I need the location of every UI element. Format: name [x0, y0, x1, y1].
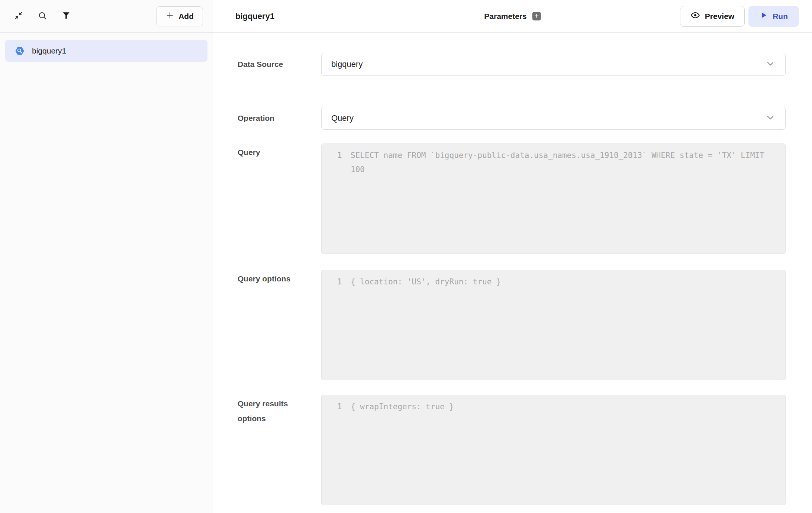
field-label-query: Query: [238, 143, 321, 160]
search-icon: [38, 11, 47, 22]
query-code-placeholder: SELECT name FROM `bigquery-public-data.u…: [351, 148, 776, 177]
parameters-section: Parameters: [484, 12, 541, 21]
form-row-operation: Operation Query: [238, 107, 786, 130]
main-header: bigquery1 Parameters: [213, 0, 812, 33]
query-options-editor[interactable]: 1 { location: 'US', dryRun: true }: [321, 270, 786, 380]
operation-value: Query: [331, 113, 354, 123]
run-button-label: Run: [773, 12, 788, 21]
sidebar: Add bigquery1: [0, 0, 213, 513]
query-name-label: bigquery1: [32, 46, 66, 55]
bigquery-icon: [14, 46, 25, 56]
chevron-down-icon: [765, 112, 776, 124]
field-label-data-source: Data Source: [238, 57, 321, 72]
query-code-editor[interactable]: 1 SELECT name FROM `bigquery-public-data…: [321, 143, 786, 254]
form-row-query-results-options: Query results options 1 { wrapIntegers: …: [238, 395, 786, 505]
add-parameter-button[interactable]: [532, 12, 541, 20]
query-form: Data Source bigquery Operation Query: [213, 33, 812, 513]
filter-button[interactable]: [60, 10, 72, 23]
line-number: 1: [322, 148, 351, 162]
field-label-query-options: Query options: [238, 270, 321, 286]
app-window: Add bigquery1 bigquery1 Parameters: [0, 0, 812, 513]
field-label-query-results-options: Query results options: [238, 395, 321, 426]
collapse-button[interactable]: [12, 10, 25, 23]
preview-button[interactable]: Preview: [680, 6, 745, 27]
line-number: 1: [322, 275, 351, 289]
line-number: 1: [322, 400, 351, 414]
chevron-down-icon: [765, 58, 776, 70]
page-title: bigquery1: [235, 12, 274, 21]
play-icon: [760, 11, 768, 21]
parameters-label: Parameters: [484, 12, 526, 21]
add-query-button[interactable]: Add: [156, 6, 203, 26]
main-panel: bigquery1 Parameters: [213, 0, 812, 513]
add-button-label: Add: [178, 12, 194, 21]
query-results-options-editor[interactable]: 1 { wrapIntegers: true }: [321, 395, 786, 505]
list-item-bigquery1[interactable]: bigquery1: [5, 40, 207, 62]
collapse-icon: [14, 11, 23, 22]
run-button[interactable]: Run: [748, 6, 799, 27]
header-actions: Preview Run: [680, 6, 799, 27]
search-button[interactable]: [36, 10, 49, 23]
field-label-operation: Operation: [238, 111, 321, 126]
query-list: bigquery1: [0, 33, 213, 69]
data-source-value: bigquery: [331, 59, 362, 69]
filter-icon: [61, 11, 71, 22]
eye-icon: [690, 10, 700, 22]
form-row-data-source: Data Source bigquery: [238, 53, 786, 76]
preview-button-label: Preview: [705, 12, 734, 21]
plus-icon: [534, 13, 539, 20]
form-row-query: Query 1 SELECT name FROM `bigquery-publi…: [238, 143, 786, 254]
operation-select[interactable]: Query: [321, 107, 786, 130]
query-options-placeholder: { location: 'US', dryRun: true }: [351, 275, 776, 289]
form-row-query-options: Query options 1 { location: 'US', dryRun…: [238, 270, 786, 380]
sidebar-toolbar: Add: [0, 0, 213, 33]
query-results-options-placeholder: { wrapIntegers: true }: [351, 400, 776, 414]
plus-icon: [165, 11, 174, 22]
data-source-select[interactable]: bigquery: [321, 53, 786, 76]
